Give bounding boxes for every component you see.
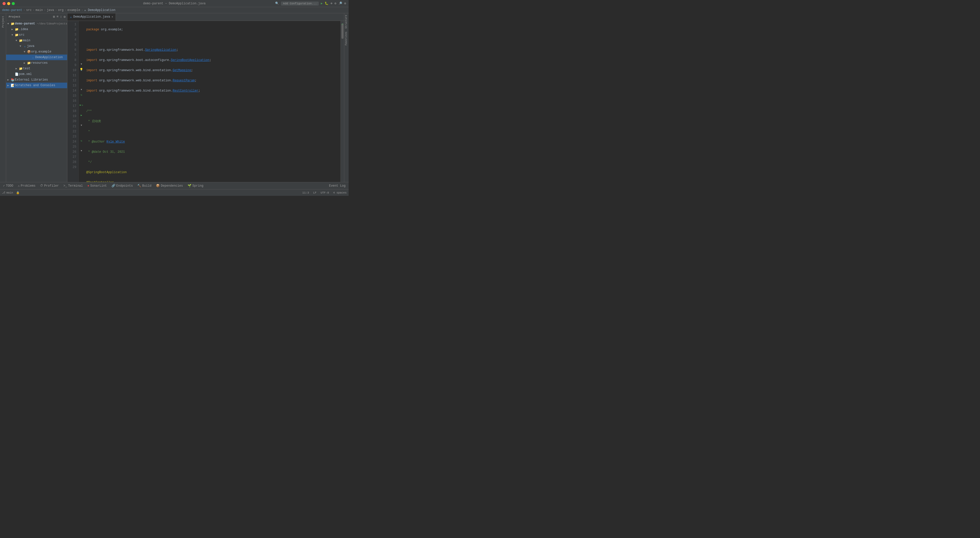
spring-tab[interactable]: 🌱 Spring bbox=[186, 183, 205, 189]
sonarlint-tab[interactable]: ● SonarLint bbox=[86, 183, 109, 189]
tree-item-external-libs[interactable]: ▶ 📚 External Libraries bbox=[6, 77, 67, 83]
tree-item-root[interactable]: ▼ 📁 demo-parent ~/dev/IdeaProjects/demo-… bbox=[6, 21, 67, 27]
lightbulb-icon-10[interactable]: 💡 bbox=[79, 67, 84, 72]
sonarlint-icon: ● bbox=[88, 184, 89, 188]
fold-icon-9[interactable]: ▼ bbox=[79, 62, 84, 67]
left-panel-tabs: Project bbox=[0, 13, 6, 182]
tree-item-demo-application[interactable]: ☕ DemoApplication bbox=[6, 55, 67, 60]
event-log-tab[interactable]: Event Log bbox=[327, 183, 348, 189]
problems-tab[interactable]: ⚠ Problems bbox=[16, 183, 38, 189]
breadcrumb-file[interactable]: ☕ DemoApplication bbox=[84, 8, 115, 12]
todo-tab[interactable]: ✓ TODO bbox=[1, 183, 15, 189]
tab-close-button[interactable]: ✕ bbox=[111, 15, 113, 18]
git-branch: main bbox=[6, 191, 13, 194]
fold-icon-21[interactable]: ▼ bbox=[79, 123, 84, 128]
tree-label: External Libraries bbox=[15, 78, 66, 82]
code-line-6: import org.springframework.web.bind.anno… bbox=[86, 78, 339, 83]
favorites-tab[interactable]: Favorites bbox=[344, 30, 348, 47]
fold-icon-14[interactable]: ▼ bbox=[79, 87, 84, 92]
breadcrumb-java[interactable]: java bbox=[47, 8, 54, 12]
lock-status[interactable]: 🔒 bbox=[16, 191, 20, 194]
structure-tab[interactable]: Structure bbox=[344, 13, 348, 30]
project-tab[interactable]: Project bbox=[1, 14, 5, 29]
bottom-toolbar: ✓ TODO ⚠ Problems ⏱ Profiler >_ Terminal… bbox=[0, 182, 348, 189]
add-config[interactable]: Add Configuration... bbox=[281, 2, 319, 6]
options-icon[interactable]: ⚙ bbox=[64, 15, 65, 19]
list-icon[interactable]: ≡ bbox=[57, 15, 59, 19]
run-reload-icon-17[interactable]: ▶ ↻ bbox=[79, 103, 84, 108]
tree-label: Scratches and Consoles bbox=[15, 84, 66, 87]
run-icon-19[interactable]: ▶ bbox=[79, 113, 84, 118]
folder-icon: 📁 bbox=[18, 67, 23, 71]
search-icon[interactable]: 🔍 bbox=[275, 2, 279, 5]
tab-bar: ☕ DemoApplication.java ✕ bbox=[67, 13, 344, 21]
event-log-label: Event Log bbox=[329, 184, 345, 188]
java-tab-icon: ☕ bbox=[70, 15, 72, 19]
editor-tab-demo[interactable]: ☕ DemoApplication.java ✕ bbox=[67, 14, 116, 21]
scratch-icon: 📝 bbox=[10, 84, 15, 87]
tab-filename: DemoApplication.java bbox=[73, 15, 110, 19]
profiler-tab[interactable]: ⏱ Profiler bbox=[38, 183, 61, 189]
breadcrumb-example[interactable]: example bbox=[67, 8, 80, 12]
code-line-3: import org.springframework.boot.SpringAp… bbox=[86, 48, 339, 52]
settings-icon[interactable]: ⚙ bbox=[334, 2, 336, 5]
indent-info[interactable]: 4 spaces bbox=[333, 191, 347, 194]
maximize-button[interactable] bbox=[12, 2, 15, 5]
tree-item-resources[interactable]: ▶ 📁 resources bbox=[6, 60, 67, 66]
arrow-icon: ▶ bbox=[6, 78, 10, 81]
tree-label: DemoApplication bbox=[35, 56, 66, 59]
gear-icon[interactable]: ⚙ bbox=[344, 2, 346, 5]
arrow-icon: ▼ bbox=[10, 34, 14, 37]
git-status[interactable]: ⎇ main bbox=[2, 191, 13, 194]
tree-item-package[interactable]: ▼ 📦 org.example bbox=[6, 49, 67, 55]
debug-icon[interactable]: 🐛 bbox=[325, 2, 328, 5]
tree-item-src[interactable]: ▼ 📁 src bbox=[6, 32, 67, 38]
reload-icon-15[interactable]: ↻ bbox=[79, 92, 84, 97]
breadcrumb-project[interactable]: demo-parent bbox=[2, 8, 22, 12]
run-icon[interactable]: ▶ bbox=[321, 2, 323, 5]
tree-label: test bbox=[23, 67, 66, 70]
profiler-icon: ⏱ bbox=[40, 184, 43, 188]
global-search-icon[interactable]: 🔎 bbox=[339, 2, 342, 5]
dependencies-tab[interactable]: 📦 Dependencies bbox=[154, 183, 185, 189]
code-editor[interactable]: 1 2 3 4 5 6 7 8 9 10 11 12 13 14 15 16 1… bbox=[67, 21, 344, 182]
tree-item-test[interactable]: ▶ 📁 test bbox=[6, 66, 67, 71]
window-controls[interactable] bbox=[3, 2, 15, 5]
tree-item-java[interactable]: ▼ ☕ java bbox=[6, 43, 67, 49]
run-with-coverage-icon[interactable]: ⊕ bbox=[331, 2, 332, 5]
code-line-7: import org.springframework.web.bind.anno… bbox=[86, 88, 339, 93]
dependencies-icon: 📦 bbox=[156, 184, 160, 188]
sort-icon[interactable]: ↕ bbox=[60, 15, 62, 19]
line-numbers: 1 2 3 4 5 6 7 8 9 10 11 12 13 14 15 16 1… bbox=[67, 21, 79, 182]
breadcrumb-main[interactable]: main bbox=[35, 8, 43, 12]
code-line-14: */ bbox=[86, 160, 339, 165]
fold-icon-26[interactable]: ▼ bbox=[79, 148, 84, 154]
terminal-tab[interactable]: >_ Terminal bbox=[62, 183, 85, 189]
code-content[interactable]: package org.example; import org.springfr… bbox=[84, 21, 340, 182]
tree-item-idea[interactable]: ▶ 📁 .idea bbox=[6, 27, 67, 32]
java-class-icon: ☕ bbox=[30, 56, 35, 59]
tree-item-main[interactable]: ▼ 📁 main bbox=[6, 38, 67, 43]
code-line-9: /** bbox=[86, 109, 339, 114]
encoding[interactable]: UTF-8 bbox=[321, 191, 329, 194]
build-tab[interactable]: 🔨 Build bbox=[135, 183, 153, 189]
cursor-position[interactable]: 11:3 bbox=[302, 191, 309, 194]
line-ending[interactable]: LF bbox=[313, 191, 317, 194]
tree-label: demo-parent ~/dev/IdeaProjects/demo-pare… bbox=[15, 22, 67, 25]
minimize-button[interactable] bbox=[7, 2, 10, 5]
breadcrumb-org[interactable]: org bbox=[58, 8, 64, 12]
code-line-13: * @date Oct 31, 2021 bbox=[86, 149, 339, 154]
endpoints-tab[interactable]: 🔗 Endpoints bbox=[110, 183, 135, 189]
tree-item-pom[interactable]: 📄 pom.xml bbox=[6, 71, 67, 77]
code-line-2 bbox=[86, 37, 339, 42]
tree-item-scratches[interactable]: ▶ 📝 Scratches and Consoles bbox=[6, 83, 67, 88]
layout-icon[interactable]: ⊞ bbox=[53, 15, 55, 19]
reload-icon-24[interactable]: ↻ bbox=[79, 138, 84, 143]
breadcrumb-src[interactable]: src bbox=[26, 8, 32, 12]
folder-icon: 📁 bbox=[14, 27, 19, 31]
editor-scrollbar[interactable]: ✓ bbox=[340, 21, 344, 182]
dependencies-label: Dependencies bbox=[161, 184, 183, 188]
no-errors-indicator: ✓ bbox=[342, 22, 344, 26]
code-line-16: @RestController bbox=[86, 180, 339, 182]
close-button[interactable] bbox=[3, 2, 6, 5]
